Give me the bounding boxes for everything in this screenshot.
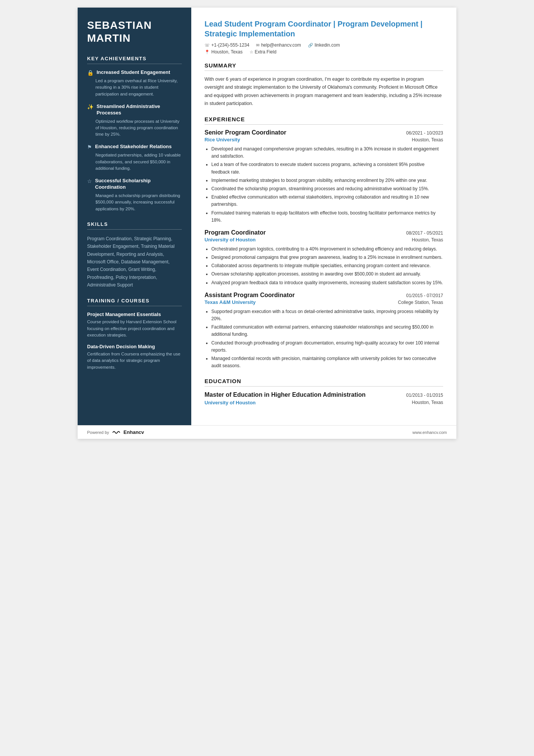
achievement-desc: Led a program overhaul at Rice Universit…: [87, 78, 182, 97]
achievement-item: ⚑ Enhanced Stakeholder Relations Negotia…: [87, 144, 182, 172]
name-block: SEBASTIANMARTIN: [87, 19, 182, 44]
brand-name: Enhancv: [123, 429, 144, 435]
achievement-desc: Optimized workflow processes at Universi…: [87, 118, 182, 138]
job-organization: Rice University: [205, 137, 240, 142]
job-header: Program Coordinator 08/2017 - 05/2021: [205, 229, 443, 236]
job-location: Houston, Texas: [412, 137, 443, 142]
job-bullet: Implemented marketing strategies to boos…: [211, 177, 443, 184]
achievement-item: 🔒 Increased Student Engagement Led a pro…: [87, 69, 182, 97]
achievement-item: ✨ Streamlined Administrative Processes O…: [87, 103, 182, 138]
location-contact: 📍 Houston, Texas: [205, 49, 243, 55]
achievement-header: ✨ Streamlined Administrative Processes: [87, 103, 182, 116]
job-bullets-list: Developed and managed comprehensive prog…: [205, 146, 443, 224]
job-bullet: Conducted thorough proofreading of progr…: [211, 340, 443, 354]
edu-dates: 01/2013 - 01/2015: [406, 393, 443, 398]
phone-value: +1-(234)-555-1234: [211, 42, 249, 48]
phone-contact: ☏ +1-(234)-555-1234: [205, 42, 249, 48]
training-section: TRAINING / COURSES Project Management Es…: [87, 298, 182, 371]
job-location: Houston, Texas: [412, 237, 443, 243]
location-icon: 📍: [205, 50, 210, 55]
job-header: Assistant Program Coordinator 01/2015 - …: [205, 292, 443, 299]
email-icon: ✉: [256, 43, 259, 48]
skills-section: SKILLS Program Coordination, Strategic P…: [87, 221, 182, 289]
extra-contact: ☆ Extra Field: [250, 49, 276, 55]
education-section: EDUCATION Master of Education in Higher …: [205, 378, 443, 405]
star-icon: ☆: [87, 178, 92, 184]
edu-org-row: University of Houston Houston, Texas: [205, 400, 443, 405]
phone-icon: ☏: [205, 43, 210, 48]
job-organization: University of Houston: [205, 237, 256, 243]
training-item: Project Management Essentials Course pro…: [87, 311, 182, 338]
achievement-title: Successful Scholarship Coordination: [95, 178, 182, 191]
resume-container: SEBASTIANMARTIN KEY ACHIEVEMENTS 🔒 Incre…: [78, 8, 456, 439]
skills-text: Program Coordination, Strategic Planning…: [87, 235, 182, 289]
achievement-header: ⚑ Enhanced Stakeholder Relations: [87, 144, 182, 150]
job-location: College Station, Texas: [398, 300, 443, 305]
achievement-title: Streamlined Administrative Processes: [97, 103, 182, 116]
main-header: Lead Student Program Coordinator | Progr…: [205, 19, 443, 55]
job-entry: Senior Program Coordinator 06/2021 - 10/…: [205, 129, 443, 224]
contact-row: ☏ +1-(234)-555-1234 ✉ help@enhancv.com 🔗…: [205, 42, 443, 48]
training-item: Data-Driven Decision Making Certificatio…: [87, 344, 182, 371]
extra-value: Extra Field: [255, 49, 276, 55]
enhancv-logo-icon: [112, 430, 120, 435]
lightning-icon: ✨: [87, 104, 94, 110]
job-dates: 08/2017 - 05/2021: [406, 230, 443, 236]
website-url: www.enhancv.com: [412, 430, 447, 435]
linkedin-contact: 🔗 linkedin.com: [308, 42, 340, 48]
resume-footer: Powered by Enhancv www.enhancv.com: [78, 425, 456, 439]
achievement-title: Increased Student Engagement: [97, 69, 170, 76]
job-position-title: Senior Program Coordinator: [205, 129, 286, 136]
linkedin-value: linkedin.com: [315, 42, 340, 48]
main-content: Lead Student Program Coordinator | Progr…: [191, 8, 456, 425]
edu-degree-title: Master of Education in Higher Education …: [205, 391, 365, 399]
job-position-title: Program Coordinator: [205, 229, 266, 236]
job-bullet: Coordinated the scholarship program, str…: [211, 185, 443, 193]
training-course-desc: Course provided by Harvard Extension Sch…: [87, 319, 182, 338]
job-org-row: University of Houston Houston, Texas: [205, 237, 443, 243]
lock-icon: 🔒: [87, 70, 94, 76]
link-icon: 🔗: [308, 43, 313, 48]
job-bullet: Formulated training materials to equip f…: [211, 210, 443, 224]
job-bullet: Enabled effective communication with ext…: [211, 194, 443, 208]
achievement-desc: Managed a scholarship program distributi…: [87, 193, 182, 212]
training-title: TRAINING / COURSES: [87, 298, 182, 306]
job-bullet: Analyzed program feedback data to introd…: [211, 279, 443, 286]
job-bullet: Supported program execution with a focus…: [211, 308, 443, 322]
job-header: Senior Program Coordinator 06/2021 - 10/…: [205, 129, 443, 136]
job-bullet: Designed promotional campaigns that grew…: [211, 254, 443, 261]
training-course-desc: Certification from Coursera emphasizing …: [87, 351, 182, 371]
job-dates: 06/2021 - 10/2023: [406, 130, 443, 136]
job-organization: Texas A&M University: [205, 299, 256, 305]
summary-section: SUMMARY With over 6 years of experience …: [205, 62, 443, 108]
experience-section: EXPERIENCE Senior Program Coordinator 06…: [205, 116, 443, 369]
edu-organization: University of Houston: [205, 400, 256, 405]
achievement-header: ☆ Successful Scholarship Coordination: [87, 178, 182, 191]
job-bullet: Led a team of five coordinators to execu…: [211, 161, 443, 175]
job-dates: 01/2015 - 07/2017: [406, 293, 443, 298]
location-value: Houston, Texas: [211, 49, 243, 55]
job-bullet: Orchestrated program logistics, contribu…: [211, 246, 443, 253]
job-entry: Assistant Program Coordinator 01/2015 - …: [205, 292, 443, 370]
job-bullet: Facilitated communication with external …: [211, 324, 443, 338]
achievement-item: ☆ Successful Scholarship Coordination Ma…: [87, 178, 182, 212]
job-bullet: Managed confidential records with precis…: [211, 355, 443, 369]
experience-section-title: EXPERIENCE: [205, 116, 443, 125]
sidebar: SEBASTIANMARTIN KEY ACHIEVEMENTS 🔒 Incre…: [78, 8, 191, 425]
star-outline-icon: ☆: [250, 50, 253, 55]
edu-header: Master of Education in Higher Education …: [205, 391, 443, 399]
achievements-section: KEY ACHIEVEMENTS 🔒 Increased Student Eng…: [87, 56, 182, 212]
job-title-headline: Lead Student Program Coordinator | Progr…: [205, 19, 443, 39]
job-org-row: Rice University Houston, Texas: [205, 137, 443, 142]
email-contact: ✉ help@enhancv.com: [256, 42, 301, 48]
education-section-title: EDUCATION: [205, 378, 443, 387]
job-position-title: Assistant Program Coordinator: [205, 292, 295, 299]
job-bullets-list: Supported program execution with a focus…: [205, 308, 443, 370]
achievement-desc: Negotiated partnerships, adding 10 valua…: [87, 152, 182, 172]
flag-icon: ⚑: [87, 144, 92, 150]
achievement-title: Enhanced Stakeholder Relations: [95, 144, 172, 150]
achievement-header: 🔒 Increased Student Engagement: [87, 69, 182, 76]
resume-body: SEBASTIANMARTIN KEY ACHIEVEMENTS 🔒 Incre…: [78, 8, 456, 425]
job-entry: Program Coordinator 08/2017 - 05/2021 Un…: [205, 229, 443, 286]
job-bullet: Developed and managed comprehensive prog…: [211, 146, 443, 160]
